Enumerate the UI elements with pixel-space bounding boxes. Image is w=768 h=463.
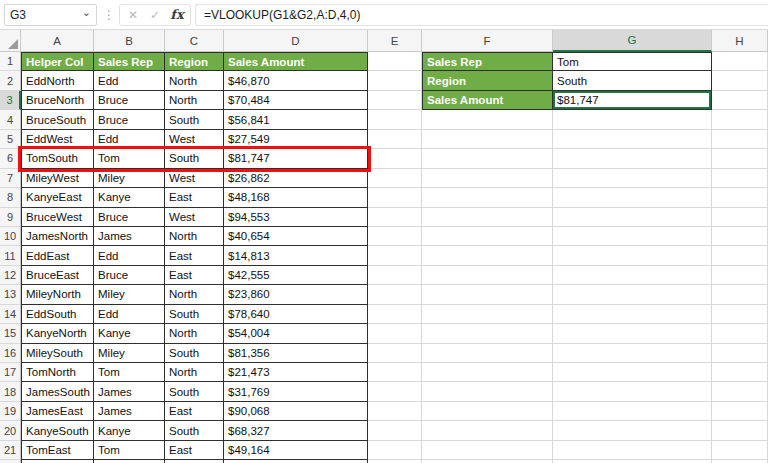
cell-E13[interactable] (368, 285, 422, 304)
row-header-6[interactable]: 6 (0, 149, 21, 168)
cell-G16[interactable] (553, 344, 712, 363)
cell-A8[interactable]: KanyeEast (21, 188, 94, 207)
cell-H18[interactable] (712, 382, 768, 401)
cell-E9[interactable] (368, 208, 422, 227)
cell-C17[interactable]: North (165, 363, 224, 382)
cell-D12[interactable]: $42,555 (224, 266, 368, 285)
formula-input[interactable]: =VLOOKUP(G1&G2,A:D,4,0) (195, 4, 768, 26)
row-header-7[interactable]: 7 (0, 169, 21, 188)
cell-C8[interactable]: East (165, 188, 224, 207)
cell-H4[interactable] (712, 110, 768, 129)
cell-B8[interactable]: Kanye (94, 188, 165, 207)
cell-A5[interactable]: EddWest (21, 130, 94, 149)
row-header-8[interactable]: 8 (0, 188, 21, 207)
cell-E8[interactable] (368, 188, 422, 207)
cell-G1[interactable]: Tom (553, 52, 712, 71)
cancel-icon[interactable]: ✕ (122, 8, 144, 22)
cell-D15[interactable]: $54,004 (224, 324, 368, 343)
cell-C19[interactable]: East (165, 402, 224, 421)
cell-F6[interactable] (422, 149, 553, 168)
row-header-19[interactable]: 19 (0, 402, 21, 421)
row-header-20[interactable]: 20 (0, 421, 21, 440)
cell-G10[interactable] (553, 227, 712, 246)
cell-E20[interactable] (368, 421, 422, 440)
cell-A11[interactable]: EddEast (21, 246, 94, 265)
cell-F14[interactable] (422, 305, 553, 324)
cell-D1[interactable]: Sales Amount (224, 52, 368, 71)
cell-H12[interactable] (712, 266, 768, 285)
cell-D5[interactable]: $27,549 (224, 130, 368, 149)
cell-E11[interactable] (368, 246, 422, 265)
cell-F19[interactable] (422, 402, 553, 421)
cell-H11[interactable] (712, 246, 768, 265)
cell-E3[interactable] (368, 91, 422, 110)
row-header-13[interactable]: 13 (0, 285, 21, 304)
cell-E15[interactable] (368, 324, 422, 343)
cell-F10[interactable] (422, 227, 553, 246)
cell-A21[interactable]: TomEast (21, 441, 94, 460)
cell-D21[interactable]: $49,164 (224, 441, 368, 460)
column-header-F[interactable]: F (422, 30, 553, 52)
cell-H1[interactable] (712, 52, 768, 71)
cell-E5[interactable] (368, 130, 422, 149)
cell-E19[interactable] (368, 402, 422, 421)
cell-B7[interactable]: Miley (94, 169, 165, 188)
cell-C6[interactable]: South (165, 149, 224, 168)
cell-E4[interactable] (368, 110, 422, 129)
cell-C5[interactable]: West (165, 130, 224, 149)
cell-E10[interactable] (368, 227, 422, 246)
cell-C12[interactable]: East (165, 266, 224, 285)
cell-H19[interactable] (712, 402, 768, 421)
cell-G18[interactable] (553, 382, 712, 401)
cell-H20[interactable] (712, 421, 768, 440)
cell-B15[interactable]: Kanye (94, 324, 165, 343)
cell-G12[interactable] (553, 266, 712, 285)
row-header-10[interactable]: 10 (0, 227, 21, 246)
cell-B12[interactable]: Bruce (94, 266, 165, 285)
cell-C9[interactable]: West (165, 208, 224, 227)
cell-C13[interactable]: North (165, 285, 224, 304)
cell-G19[interactable] (553, 402, 712, 421)
cell-A10[interactable]: JamesNorth (21, 227, 94, 246)
cell-C15[interactable]: North (165, 324, 224, 343)
cell-A12[interactable]: BruceEast (21, 266, 94, 285)
cell-B4[interactable]: Bruce (94, 110, 165, 129)
row-header-1[interactable]: 1 (0, 52, 21, 71)
row-header-3[interactable]: 3 (0, 91, 21, 110)
cell-B16[interactable]: Miley (94, 344, 165, 363)
cell-D17[interactable]: $21,473 (224, 363, 368, 382)
cell-C10[interactable]: North (165, 227, 224, 246)
cell-F13[interactable] (422, 285, 553, 304)
column-header-A[interactable]: A (21, 30, 94, 52)
cell-B14[interactable]: Edd (94, 305, 165, 324)
cell-C21[interactable]: East (165, 441, 224, 460)
cell-E1[interactable] (368, 52, 422, 71)
cell-G15[interactable] (553, 324, 712, 343)
cell-B21[interactable]: Tom (94, 441, 165, 460)
cell-F12[interactable] (422, 266, 553, 285)
cell-H13[interactable] (712, 285, 768, 304)
cell-H10[interactable] (712, 227, 768, 246)
cell-D20[interactable]: $68,327 (224, 421, 368, 440)
confirm-icon[interactable]: ✓ (144, 8, 166, 22)
column-header-B[interactable]: B (94, 30, 165, 52)
cell-B11[interactable]: Edd (94, 246, 165, 265)
cell-A2[interactable]: EddNorth (21, 71, 94, 90)
cell-D6[interactable]: $81,747 (224, 149, 368, 168)
cell-G17[interactable] (553, 363, 712, 382)
cell-G11[interactable] (553, 246, 712, 265)
row-header-15[interactable]: 15 (0, 324, 21, 343)
insert-function-icon[interactable]: fx (166, 7, 188, 22)
cell-G2[interactable]: South (553, 71, 712, 90)
cell-C2[interactable]: North (165, 71, 224, 90)
cell-E18[interactable] (368, 382, 422, 401)
cell-H8[interactable] (712, 188, 768, 207)
cell-C7[interactable]: West (165, 169, 224, 188)
cell-F8[interactable] (422, 188, 553, 207)
row-header-5[interactable]: 5 (0, 130, 21, 149)
cell-G7[interactable] (553, 169, 712, 188)
cell-D9[interactable]: $94,553 (224, 208, 368, 227)
cell-F2[interactable]: Region (422, 71, 553, 90)
row-header-11[interactable]: 11 (0, 246, 21, 265)
cell-G5[interactable] (553, 130, 712, 149)
